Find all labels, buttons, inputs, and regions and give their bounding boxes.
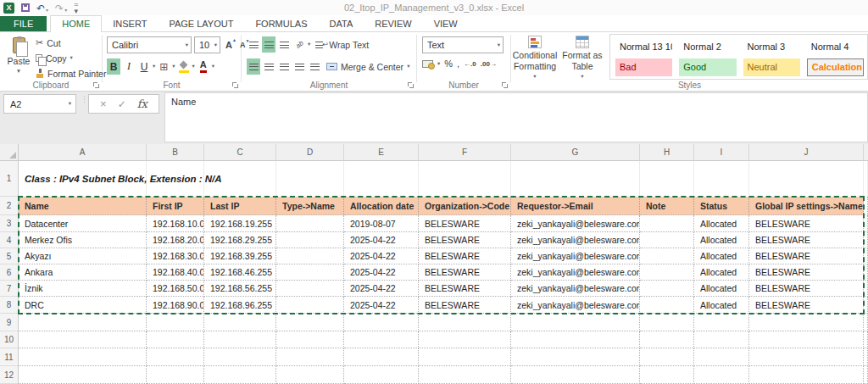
cell-H11[interactable] — [640, 348, 694, 366]
cell-B2[interactable]: First IP — [147, 197, 204, 215]
cell-H2[interactable]: Note — [640, 197, 694, 215]
row-header-11[interactable]: 11 — [0, 348, 19, 366]
cell-H3[interactable] — [640, 215, 694, 232]
increase-font-size-button[interactable]: A — [223, 40, 235, 50]
number-format-select[interactable]: Text ▾ — [422, 36, 504, 53]
cell-I10[interactable] — [694, 331, 749, 348]
cell-F3[interactable]: BELESWARE — [419, 215, 511, 232]
row-header-5[interactable]: 5 — [0, 248, 19, 264]
col-header-J[interactable]: J — [749, 144, 864, 161]
enter-icon[interactable]: ✓ — [118, 98, 126, 110]
cell-I2[interactable]: Status — [694, 197, 749, 215]
cell-G4[interactable]: zeki_yankayali@belesware.com — [511, 232, 640, 248]
cell-I5[interactable]: Allocated — [694, 248, 749, 264]
cell-D3[interactable] — [276, 215, 344, 232]
cell-C10[interactable] — [204, 331, 276, 348]
cell-J2[interactable]: Global IP settings->Name — [749, 197, 864, 215]
select-all-button[interactable] — [0, 144, 19, 161]
col-header-H[interactable]: H — [640, 144, 694, 161]
name-box[interactable]: A2 ▾ — [3, 94, 76, 114]
decrease-indent-button[interactable] — [292, 58, 306, 75]
cell-D4[interactable] — [276, 232, 344, 248]
increase-decimal-button[interactable]: ←.0 — [464, 60, 476, 68]
row-header-7[interactable]: 7 — [0, 281, 19, 297]
chevron-down-icon[interactable]: ▾ — [308, 42, 310, 47]
cell-A7[interactable]: İznik — [19, 281, 147, 297]
cell-G1[interactable] — [511, 161, 640, 197]
cell-D1[interactable] — [276, 161, 344, 197]
align-left-button[interactable] — [247, 58, 260, 75]
cell-F4[interactable]: BELESWARE — [419, 232, 511, 248]
cell-I3[interactable]: Allocated — [694, 215, 749, 232]
clipboard-dialog-launcher-icon[interactable] — [93, 82, 99, 88]
cell-C4[interactable]: 192.168.29.255 — [204, 232, 276, 248]
cell-E9[interactable] — [344, 314, 419, 331]
cell-J9[interactable] — [749, 314, 864, 331]
cell-H1[interactable] — [640, 161, 694, 197]
cell-A4[interactable]: Merkez Ofis — [19, 232, 147, 248]
row-header-9[interactable]: 9 — [0, 314, 19, 331]
cell-A6[interactable]: Ankara — [19, 264, 147, 281]
cell-I4[interactable]: Allocated — [694, 232, 749, 248]
style-chip-neutral[interactable]: Neutral — [743, 58, 800, 77]
italic-button[interactable]: I — [122, 58, 136, 75]
cell-H5[interactable] — [640, 248, 694, 264]
cell-A5[interactable]: Akyazı — [19, 248, 147, 264]
cell-F8[interactable]: BELESWARE — [419, 297, 511, 314]
cell-G11[interactable] — [511, 348, 640, 366]
cell-E2[interactable]: Allocation date — [344, 197, 419, 215]
cell-F2[interactable]: Organization->Code — [419, 197, 511, 215]
cell-B6[interactable]: 192.168.40.0 — [147, 264, 204, 281]
cell-F9[interactable] — [419, 314, 511, 331]
format-painter-button[interactable]: Format Painter — [36, 67, 106, 80]
col-header-B[interactable]: B — [147, 144, 204, 161]
cell-D8[interactable] — [276, 297, 344, 314]
cell-D6[interactable] — [276, 264, 344, 281]
formula-bar-grip[interactable]: ⋮ — [81, 97, 88, 102]
col-header-A[interactable]: A — [19, 144, 147, 161]
style-chip-normal-13-10[interactable]: Normal 13 10 — [615, 37, 672, 56]
number-dialog-launcher-icon[interactable] — [502, 82, 508, 88]
cell-D9[interactable] — [276, 314, 344, 331]
row-header-4[interactable]: 4 — [0, 232, 19, 248]
cell-B5[interactable]: 192.168.30.0 — [147, 248, 204, 264]
cell-G3[interactable]: zeki_yankayali@belesware.com — [511, 215, 640, 232]
cell-J1[interactable] — [749, 161, 864, 197]
cell-C5[interactable]: 192.168.39.255 — [204, 248, 276, 264]
percent-style-button[interactable]: % — [444, 58, 453, 69]
style-chip-bad[interactable]: Bad — [615, 58, 672, 77]
align-center-button[interactable] — [262, 58, 275, 75]
cell-B11[interactable] — [147, 348, 204, 366]
cell-G9[interactable] — [511, 314, 640, 331]
cell-G6[interactable]: zeki_yankayali@belesware.com — [511, 264, 640, 281]
style-chip-normal-2[interactable]: Normal 2 — [679, 37, 736, 56]
font-dialog-launcher-icon[interactable] — [232, 82, 238, 88]
comma-style-button[interactable]: , — [457, 58, 459, 69]
cell-A10[interactable] — [19, 331, 147, 348]
cell-D2[interactable]: Type->Name — [276, 197, 344, 215]
cell-B7[interactable]: 192.168.50.0 — [147, 281, 204, 297]
chevron-down-icon[interactable]: ▾ — [172, 64, 175, 70]
cell-D7[interactable] — [276, 281, 344, 297]
accounting-format-icon[interactable] — [422, 60, 433, 68]
cell-G5[interactable]: zeki_yankayali@belesware.com — [511, 248, 640, 264]
cell-H7[interactable] — [640, 281, 694, 297]
cell-C7[interactable]: 192.168.56.255 — [204, 281, 276, 297]
col-header-C[interactable]: C — [204, 144, 276, 161]
cell-A9[interactable] — [19, 314, 147, 331]
cell-F5[interactable]: BELESWARE — [419, 248, 511, 264]
align-bottom-button[interactable] — [277, 36, 291, 53]
fill-color-button[interactable] — [177, 58, 191, 75]
cell-D12[interactable] — [276, 366, 344, 384]
cell-C2[interactable]: Last IP — [204, 197, 276, 215]
borders-button[interactable]: ⊞ — [157, 58, 170, 75]
cell-C6[interactable]: 192.168.46.255 — [204, 264, 276, 281]
tab-formulas[interactable]: FORMULAS — [244, 16, 318, 31]
tab-insert[interactable]: INSERT — [102, 16, 158, 31]
cell-E8[interactable]: 2025-04-22 — [344, 297, 419, 314]
tab-home[interactable]: HOME — [50, 15, 102, 32]
copy-button[interactable]: Copy ▾ — [36, 52, 106, 64]
chevron-down-icon[interactable]: ▾ — [437, 61, 440, 67]
chevron-down-icon[interactable]: ▾ — [212, 64, 214, 70]
row-header-10[interactable]: 10 — [0, 331, 19, 348]
